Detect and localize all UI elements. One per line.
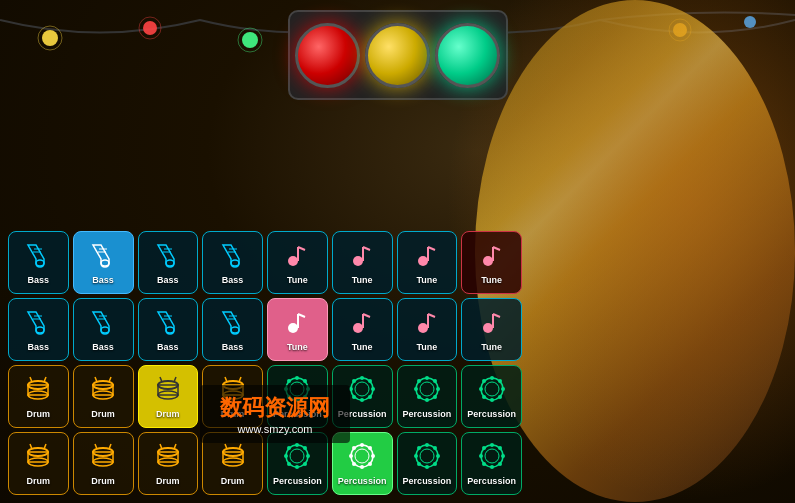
grid-cell-r2-c7[interactable]: Percussion bbox=[461, 365, 522, 428]
svg-point-18 bbox=[231, 260, 239, 266]
svg-point-27 bbox=[418, 256, 428, 266]
grid-cell-r3-c7[interactable]: Percussion bbox=[461, 432, 522, 495]
svg-point-170 bbox=[490, 465, 494, 469]
grid-cell-r1-c6[interactable]: Tune bbox=[397, 298, 458, 361]
svg-point-150 bbox=[360, 465, 364, 469]
grid-cell-r2-c1[interactable]: Drum bbox=[73, 365, 134, 428]
traffic-light-green bbox=[435, 23, 500, 88]
svg-point-51 bbox=[418, 323, 428, 333]
cell-label-r3-c7: Percussion bbox=[467, 476, 516, 486]
svg-point-158 bbox=[420, 449, 434, 463]
svg-point-109 bbox=[490, 376, 494, 380]
cell-label-r2-c6: Percussion bbox=[403, 409, 452, 419]
grid-cell-r0-c5[interactable]: Tune bbox=[332, 231, 393, 294]
svg-point-152 bbox=[371, 454, 375, 458]
cell-icon-r1-c5 bbox=[348, 308, 376, 340]
svg-point-48 bbox=[353, 323, 363, 333]
svg-line-23 bbox=[298, 247, 305, 250]
svg-line-70 bbox=[160, 377, 162, 382]
svg-point-143 bbox=[287, 446, 291, 450]
svg-point-42 bbox=[231, 327, 239, 333]
grid-cell-r2-c6[interactable]: Percussion bbox=[397, 365, 458, 428]
cell-label-r1-c0: Bass bbox=[28, 342, 50, 352]
svg-point-0 bbox=[42, 30, 58, 46]
grid-cell-r1-c7[interactable]: Tune bbox=[461, 298, 522, 361]
grid-cell-r1-c2[interactable]: Bass bbox=[138, 298, 199, 361]
svg-point-106 bbox=[417, 395, 421, 399]
svg-point-108 bbox=[485, 382, 499, 396]
cell-icon-r2-c6 bbox=[413, 375, 441, 407]
grid-cell-r1-c3[interactable]: Bass bbox=[202, 298, 263, 361]
svg-line-130 bbox=[160, 444, 162, 449]
grid-cell-r0-c1[interactable]: Bass bbox=[73, 231, 134, 294]
svg-point-100 bbox=[425, 398, 429, 402]
grid-cell-r1-c0[interactable]: Bass bbox=[8, 298, 69, 361]
grid-cell-r2-c2[interactable]: Drum bbox=[138, 365, 199, 428]
svg-point-4 bbox=[242, 32, 258, 48]
svg-point-103 bbox=[417, 379, 421, 383]
grid-cell-r0-c0[interactable]: Bass bbox=[8, 231, 69, 294]
svg-point-12 bbox=[101, 260, 109, 266]
svg-point-159 bbox=[425, 443, 429, 447]
cell-label-r0-c3: Bass bbox=[222, 275, 244, 285]
svg-line-61 bbox=[44, 377, 46, 382]
cell-label-r1-c5: Tune bbox=[352, 342, 373, 352]
grid-cell-r0-c6[interactable]: Tune bbox=[397, 231, 458, 294]
cell-label-r1-c4: Tune bbox=[287, 342, 308, 352]
watermark-chinese: 数码资源网 bbox=[220, 393, 330, 423]
grid-cell-r3-c1[interactable]: Drum bbox=[73, 432, 134, 495]
svg-line-131 bbox=[174, 444, 176, 449]
cell-icon-r0-c0 bbox=[24, 241, 52, 273]
grid-cell-r0-c3[interactable]: Bass bbox=[202, 231, 263, 294]
svg-point-165 bbox=[433, 446, 437, 450]
grid-cell-r0-c4[interactable]: Tune bbox=[267, 231, 328, 294]
cell-label-r2-c0: Drum bbox=[27, 409, 51, 419]
watermark-url: www.smzy.com bbox=[220, 423, 330, 435]
svg-line-71 bbox=[174, 377, 176, 382]
svg-line-126 bbox=[109, 444, 111, 449]
svg-point-89 bbox=[360, 376, 364, 380]
svg-point-138 bbox=[290, 449, 304, 463]
svg-line-136 bbox=[239, 444, 241, 449]
svg-point-168 bbox=[485, 449, 499, 463]
svg-line-29 bbox=[428, 247, 435, 250]
cell-icon-r0-c3 bbox=[219, 241, 247, 273]
svg-point-2 bbox=[143, 21, 157, 35]
svg-line-26 bbox=[363, 247, 370, 250]
cell-label-r0-c6: Tune bbox=[416, 275, 437, 285]
grid-cell-r0-c7[interactable]: Tune bbox=[461, 231, 522, 294]
grid-cell-r3-c2[interactable]: Drum bbox=[138, 432, 199, 495]
svg-point-145 bbox=[303, 446, 307, 450]
svg-point-88 bbox=[355, 382, 369, 396]
svg-point-36 bbox=[101, 327, 109, 333]
grid-cell-r1-c5[interactable]: Tune bbox=[332, 298, 393, 361]
instrument-grid: Bass Bass Bass Bass Tune bbox=[0, 223, 530, 503]
watermark-overlay: 数码资源网 www.smzy.com bbox=[200, 385, 350, 443]
svg-point-110 bbox=[490, 398, 494, 402]
grid-cell-r0-c2[interactable]: Bass bbox=[138, 231, 199, 294]
grid-cell-r2-c0[interactable]: Drum bbox=[8, 365, 69, 428]
cell-label-r0-c2: Bass bbox=[157, 275, 179, 285]
svg-point-149 bbox=[360, 443, 364, 447]
grid-cell-r3-c6[interactable]: Percussion bbox=[397, 432, 458, 495]
cell-icon-r3-c6 bbox=[413, 442, 441, 474]
grid-cell-r1-c4[interactable]: Tune bbox=[267, 298, 328, 361]
svg-point-111 bbox=[479, 387, 483, 391]
svg-line-47 bbox=[298, 314, 305, 317]
cell-icon-r3-c7 bbox=[478, 442, 506, 474]
svg-point-171 bbox=[479, 454, 483, 458]
cell-icon-r3-c0 bbox=[24, 442, 52, 474]
grid-cell-r3-c0[interactable]: Drum bbox=[8, 432, 69, 495]
cell-label-r3-c4: Percussion bbox=[273, 476, 322, 486]
cell-label-r3-c1: Drum bbox=[91, 476, 115, 486]
traffic-light-red bbox=[295, 23, 360, 88]
grid-cell-r1-c1[interactable]: Bass bbox=[73, 298, 134, 361]
svg-line-76 bbox=[239, 377, 241, 382]
cell-label-r3-c6: Percussion bbox=[403, 476, 452, 486]
svg-point-163 bbox=[417, 446, 421, 450]
svg-point-33 bbox=[36, 327, 44, 333]
cell-icon-r1-c3 bbox=[219, 308, 247, 340]
cell-label-r0-c0: Bass bbox=[28, 275, 50, 285]
cell-icon-r2-c7 bbox=[478, 375, 506, 407]
svg-point-39 bbox=[166, 327, 174, 333]
